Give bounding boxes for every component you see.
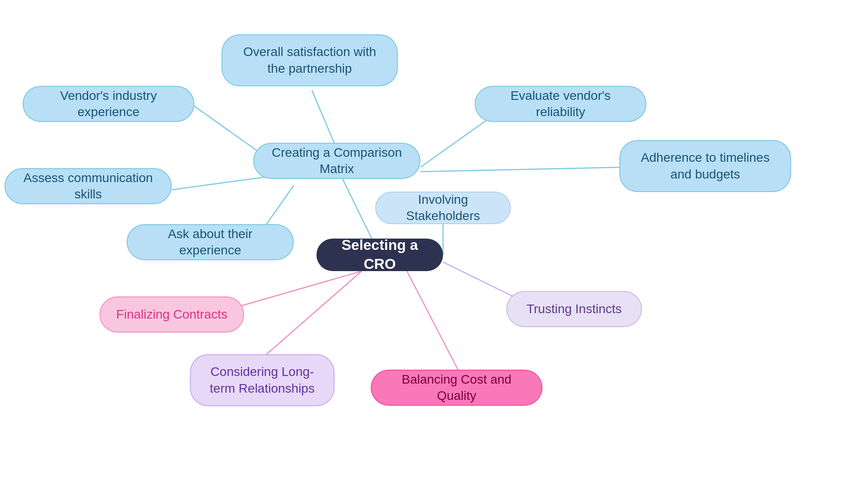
trusting-instincts-node: Trusting Instincts xyxy=(506,291,642,327)
vendors-experience-node: Vendor's industry experience xyxy=(23,86,194,122)
considering-longterm-node: Considering Long-term Relationships xyxy=(190,354,335,406)
ask-experience-node: Ask about their experience xyxy=(127,224,294,260)
svg-line-9 xyxy=(264,271,362,356)
svg-line-6 xyxy=(420,167,624,172)
svg-line-10 xyxy=(407,271,459,371)
center-node: Selecting a CRO xyxy=(316,239,443,271)
overall-satisfaction-node: Overall satisfaction with the partnershi… xyxy=(222,34,398,86)
evaluate-reliability-node: Evaluate vendor's reliability xyxy=(475,86,646,122)
finalizing-contracts-node: Finalizing Contracts xyxy=(99,296,244,333)
adherence-node: Adherence to timelines and budgets xyxy=(619,140,791,192)
svg-line-1 xyxy=(312,90,337,149)
balancing-cost-node: Balancing Cost and Quality xyxy=(371,370,542,406)
involving-stakeholders-node: Involving Stakeholders xyxy=(375,192,511,224)
svg-line-3 xyxy=(172,176,271,190)
comparison-matrix-node: Creating a Comparison Matrix xyxy=(253,143,420,179)
assess-communication-node: Assess communication skills xyxy=(5,168,172,204)
